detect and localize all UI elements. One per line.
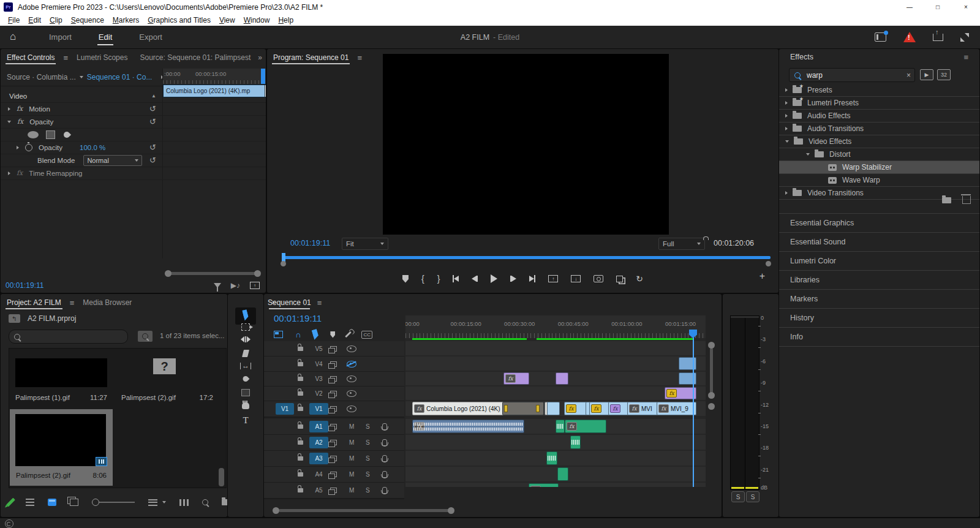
rectangle-mask-icon[interactable] xyxy=(46,130,55,139)
filter-properties-icon[interactable] xyxy=(214,283,221,288)
chevron-right-icon[interactable] xyxy=(785,191,788,195)
razor-tool[interactable] xyxy=(243,350,249,357)
eye-icon[interactable] xyxy=(347,390,356,397)
clip[interactable] xyxy=(570,436,581,449)
clip[interactable]: fx xyxy=(665,387,696,399)
effects-search-box[interactable]: × xyxy=(789,68,915,82)
menu-markers[interactable]: Markers xyxy=(108,16,143,25)
expand-icon[interactable] xyxy=(8,107,10,111)
panel-tab-lumetri-color[interactable]: Lumetri Color xyxy=(779,252,979,271)
project-search-input[interactable] xyxy=(24,331,112,342)
sync-lock-icon[interactable] xyxy=(330,346,337,352)
lock-icon[interactable] xyxy=(298,377,303,381)
chevron-down-icon[interactable] xyxy=(785,140,789,143)
slip-tool[interactable]: ↔ xyxy=(240,363,251,369)
pen-mask-icon[interactable] xyxy=(62,130,71,138)
navigate-up-icon[interactable]: ↰ xyxy=(9,314,20,323)
program-timecode[interactable]: 00:01:19:11 xyxy=(290,239,330,247)
go-to-out-button[interactable] xyxy=(529,273,535,284)
program-video-frame[interactable] xyxy=(383,54,669,235)
mute-button[interactable]: M xyxy=(349,423,354,430)
sequence-clip-selector[interactable]: Sequence 01 · Co... xyxy=(87,73,153,81)
lock-icon[interactable] xyxy=(298,456,303,461)
lock-icon[interactable] xyxy=(298,488,303,492)
add-marker-button[interactable] xyxy=(402,273,409,284)
track-lane-a5[interactable]: fx xyxy=(405,483,706,487)
chevron-right-icon[interactable] xyxy=(785,114,788,118)
32bit-effects-badge[interactable]: 32 xyxy=(937,69,951,80)
panel-tab-essential-graphics[interactable]: Essential Graphics xyxy=(779,214,979,233)
pen-tool[interactable] xyxy=(243,376,249,382)
stopwatch-icon[interactable] xyxy=(25,144,32,151)
source-clip-selector[interactable]: Source · Columbia ... xyxy=(7,73,76,81)
clip-columbia-logo-2021-4k[interactable]: fxColumbia Logo (2021) (4K) xyxy=(412,402,506,415)
tab-media-browser[interactable]: Media Browser xyxy=(77,294,138,311)
program-scrubber[interactable] xyxy=(282,256,771,259)
track-target-a5[interactable]: A5 xyxy=(309,485,328,496)
panel-menu-icon[interactable]: ≡ xyxy=(63,53,68,62)
timeline-ruler[interactable]: 00:0000:00:15:0000:00:30:0000:00:45:0000… xyxy=(405,315,706,338)
find-icon[interactable] xyxy=(202,499,208,505)
zoom-level-select[interactable]: Fit xyxy=(342,238,388,250)
scrollbar-handle[interactable] xyxy=(766,261,771,266)
sync-lock-icon[interactable] xyxy=(330,456,337,461)
project-search-box[interactable] xyxy=(9,330,128,344)
selection-tool[interactable] xyxy=(244,310,248,320)
effects-tree-item-wave-warp[interactable]: Wave Warp xyxy=(779,174,979,187)
track-target-v4[interactable]: V4 xyxy=(309,358,328,370)
effects-tree-item-presets[interactable]: ★Presets xyxy=(779,84,979,97)
go-to-in-button[interactable] xyxy=(453,273,459,284)
track-lane-v3[interactable]: fx xyxy=(405,372,706,385)
effects-search-input[interactable] xyxy=(805,70,900,80)
warning-icon[interactable]: ! xyxy=(903,32,916,42)
eye-icon[interactable] xyxy=(347,345,356,352)
chevron-right-icon[interactable] xyxy=(785,88,788,92)
track-target-a2[interactable]: A2 xyxy=(309,437,328,448)
clip[interactable] xyxy=(502,402,544,415)
sort-icons-icon[interactable] xyxy=(148,499,157,506)
panel-tab-info[interactable]: Info xyxy=(779,328,979,347)
scrollbar-handle[interactable] xyxy=(254,270,261,277)
chevron-down-icon[interactable] xyxy=(806,153,810,156)
thumbnail-image[interactable] xyxy=(15,358,107,387)
menu-clip[interactable]: Clip xyxy=(45,16,67,25)
menu-graphics-and-titles[interactable]: Graphics and Titles xyxy=(143,16,215,25)
effects-tree-item-video-effects[interactable]: Video Effects xyxy=(779,135,979,148)
scrollbar-handle[interactable] xyxy=(273,507,279,514)
track-lane-a4[interactable] xyxy=(405,467,706,481)
scrollbar-handle[interactable] xyxy=(165,270,172,277)
loop-button[interactable]: ↻ xyxy=(636,273,643,284)
clip[interactable]: fx xyxy=(503,372,529,385)
freeform-view-icon[interactable] xyxy=(70,499,78,506)
track-header-a1[interactable]: A1MS xyxy=(264,419,404,436)
track-header-a5[interactable]: A5MS xyxy=(264,483,404,499)
rectangle-tool[interactable] xyxy=(241,389,250,396)
chevron-right-icon[interactable] xyxy=(785,127,788,130)
eye-off-icon[interactable] xyxy=(347,361,356,368)
clip[interactable] xyxy=(546,451,557,465)
voiceover-record-icon[interactable] xyxy=(382,471,387,478)
track-target-a3[interactable]: A3 xyxy=(309,453,328,464)
chevron-right-icon[interactable] xyxy=(785,101,788,105)
clear-search-icon[interactable]: × xyxy=(907,71,911,80)
accelerated-effects-badge[interactable]: ▶ xyxy=(920,69,933,80)
track-lane-a2[interactable] xyxy=(405,435,706,450)
home-icon[interactable]: ⌂ xyxy=(10,31,16,43)
scrollbar-handle[interactable] xyxy=(448,507,454,514)
clip[interactable]: fx xyxy=(529,483,559,487)
sync-lock-icon[interactable] xyxy=(330,406,337,412)
scrollbar-handle[interactable] xyxy=(281,261,286,266)
effects-tree-item-distort[interactable]: Distort xyxy=(779,148,979,161)
timeline-vertical-scrollbar[interactable] xyxy=(708,294,715,487)
mute-button[interactable]: M xyxy=(349,471,354,478)
menu-file[interactable]: File xyxy=(4,16,24,25)
ellipse-mask-icon[interactable] xyxy=(28,131,39,138)
scrollbar-handle[interactable] xyxy=(708,342,715,349)
project-scrollbar[interactable] xyxy=(219,468,224,486)
project-item-label[interactable]: Palimpsest (2).gif17:2 xyxy=(121,394,213,401)
video-section-header[interactable]: Video ▲ xyxy=(1,89,266,103)
eye-icon[interactable] xyxy=(347,375,356,382)
workspace-tab-edit[interactable]: Edit xyxy=(88,26,123,48)
voiceover-record-icon[interactable] xyxy=(382,423,387,430)
project-file-name[interactable]: A2 FILM.prproj xyxy=(28,314,76,323)
